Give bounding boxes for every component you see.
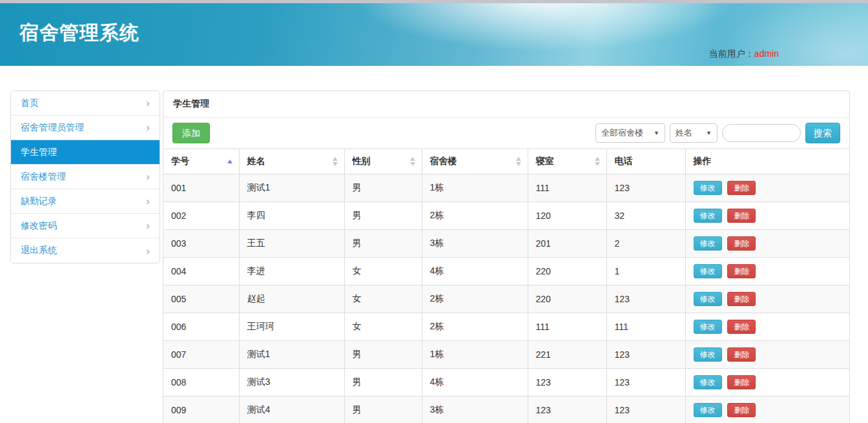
table-row: 003 王五 男 3栋 201 2 修改 删除 (163, 230, 849, 258)
sidebar-item[interactable]: 缺勤记录 › (11, 189, 160, 214)
search-button[interactable]: 搜索 (805, 123, 840, 143)
cell-student-id: 009 (163, 397, 239, 423)
cell-gender: 女 (344, 285, 422, 313)
cell-name: 李进 (239, 258, 344, 285)
edit-button[interactable]: 修改 (694, 375, 722, 389)
chevron-right-icon: › (146, 171, 150, 182)
column-header[interactable]: 寝室 (528, 149, 606, 174)
cell-room: 111 (528, 313, 606, 341)
sidebar-item-label: 缺勤记录 (21, 196, 57, 207)
sidebar-item[interactable]: 学生管理 › (11, 140, 160, 165)
table-row: 001 测试1 男 1栋 111 123 修改 删除 (163, 174, 849, 202)
students-table: 学号 姓名 性别 宿舍楼 (163, 149, 849, 423)
delete-button[interactable]: 删除 (727, 209, 756, 223)
chevron-right-icon: › (146, 122, 150, 133)
sidebar-item[interactable]: 首页 › (11, 91, 160, 116)
cell-room: 123 (528, 369, 606, 397)
edit-button[interactable]: 修改 (694, 347, 722, 362)
cell-name: 李四 (239, 202, 344, 230)
delete-button[interactable]: 删除 (727, 320, 756, 334)
cell-room: 201 (528, 230, 606, 258)
cell-room: 220 (528, 285, 606, 313)
column-header[interactable]: 宿舍楼 (422, 149, 528, 174)
sidebar-item[interactable]: 宿舍楼管理 › (11, 165, 160, 189)
table-row: 008 测试3 男 4栋 123 123 修改 删除 (163, 369, 849, 397)
cell-phone: 123 (606, 397, 685, 423)
edit-button[interactable]: 修改 (694, 181, 722, 195)
delete-button[interactable]: 删除 (727, 347, 756, 362)
cell-building: 2栋 (422, 285, 528, 313)
cell-actions: 修改 删除 (685, 313, 849, 341)
column-header-label: 姓名 (247, 156, 265, 166)
sidebar-item[interactable]: 宿舍管理员管理 › (11, 116, 160, 140)
sort-icon (595, 157, 600, 166)
column-header[interactable]: 学号 (163, 149, 239, 174)
delete-button[interactable]: 删除 (727, 264, 756, 278)
cell-gender: 女 (344, 258, 422, 285)
table-row: 004 李进 女 4栋 220 1 修改 删除 (163, 258, 849, 285)
cell-gender: 男 (344, 174, 422, 202)
table-header-row: 学号 姓名 性别 宿舍楼 (163, 149, 849, 174)
field-filter-select[interactable]: 姓名 ▼ (670, 123, 718, 143)
sidebar-item-label: 宿舍管理员管理 (21, 122, 84, 134)
column-header[interactable]: 姓名 (239, 149, 344, 174)
cell-phone: 2 (606, 230, 685, 258)
building-filter-value: 全部宿舍楼 (601, 127, 643, 139)
chevron-right-icon: › (146, 245, 150, 256)
column-header[interactable]: 性别 (344, 149, 422, 174)
building-filter-select[interactable]: 全部宿舍楼 ▼ (595, 123, 665, 143)
add-button[interactable]: 添加 (172, 123, 210, 143)
edit-button[interactable]: 修改 (694, 292, 722, 306)
delete-button[interactable]: 删除 (727, 375, 756, 389)
edit-button[interactable]: 修改 (694, 209, 722, 223)
column-header[interactable]: 电话 (606, 149, 685, 174)
table-row: 009 测试4 男 3栋 123 123 修改 删除 (163, 397, 849, 423)
cell-student-id: 006 (163, 313, 239, 341)
search-input[interactable] (722, 124, 801, 142)
edit-button[interactable]: 修改 (694, 236, 722, 251)
cell-building: 1栋 (422, 174, 528, 202)
table-row: 005 赵起 女 2栋 220 123 修改 删除 (163, 285, 849, 313)
cell-building: 2栋 (422, 202, 528, 230)
chevron-right-icon: › (146, 220, 150, 231)
cell-student-id: 003 (163, 230, 239, 258)
cell-student-id: 008 (163, 369, 239, 397)
page-layout: 首页 › 宿舍管理员管理 › 学生管理 › 宿舍楼管理 › 缺勤记录 › 修改密… (0, 66, 868, 423)
column-header[interactable]: 操作 (685, 149, 849, 174)
table-row: 007 测试1 男 1栋 221 123 修改 删除 (163, 341, 849, 369)
cell-student-id: 005 (163, 285, 239, 313)
delete-button[interactable]: 删除 (727, 292, 756, 306)
cell-gender: 男 (344, 341, 422, 369)
current-user-info: 当前用户：admin (709, 48, 779, 60)
sidebar-item-label: 首页 (21, 98, 39, 109)
sidebar-item[interactable]: 修改密码 › (11, 214, 160, 238)
delete-button[interactable]: 删除 (727, 181, 756, 195)
edit-button[interactable]: 修改 (694, 264, 722, 278)
cell-phone: 123 (606, 174, 685, 202)
edit-button[interactable]: 修改 (694, 320, 722, 334)
cell-phone: 123 (606, 285, 685, 313)
cell-name: 赵起 (239, 285, 344, 313)
caret-down-icon: ▼ (654, 130, 659, 136)
cell-name: 测试4 (239, 397, 344, 423)
column-header-label: 学号 (171, 156, 189, 166)
sidebar-item-label: 学生管理 (21, 147, 57, 158)
cell-name: 测试1 (239, 341, 344, 369)
delete-button[interactable]: 删除 (727, 236, 756, 251)
sidebar-item-label: 修改密码 (21, 220, 57, 232)
caret-down-icon: ▼ (706, 130, 712, 136)
cell-room: 120 (528, 202, 606, 230)
delete-button[interactable]: 删除 (727, 403, 756, 417)
chevron-right-icon: › (146, 196, 150, 207)
cell-phone: 123 (606, 341, 685, 369)
cell-building: 3栋 (422, 397, 528, 423)
table-row: 002 李四 男 2栋 120 32 修改 删除 (163, 202, 849, 230)
cell-building: 4栋 (422, 369, 528, 397)
sidebar-item[interactable]: 退出系统 › (11, 238, 160, 263)
column-header-label: 性别 (353, 156, 371, 166)
cell-room: 221 (528, 341, 606, 369)
sort-icon (333, 157, 338, 166)
edit-button[interactable]: 修改 (694, 403, 722, 417)
app-title: 宿舍管理系统 (19, 20, 140, 46)
cell-phone: 111 (606, 313, 685, 341)
